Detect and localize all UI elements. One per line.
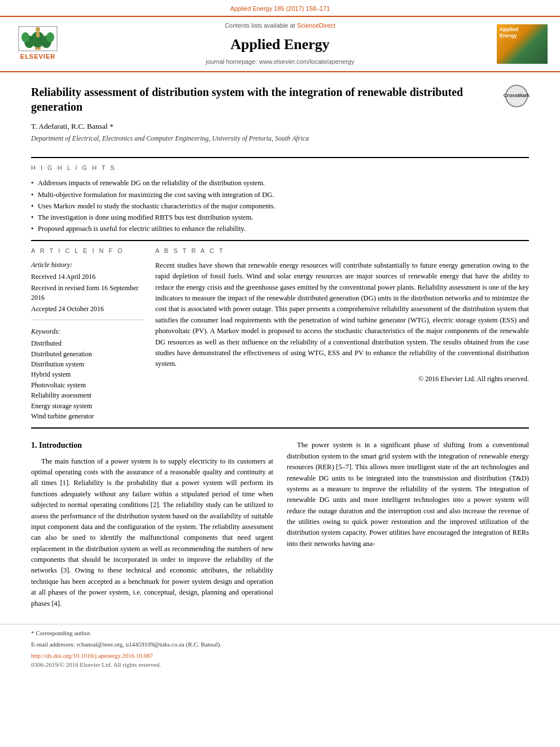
intro-para-2: The power system is in a significant pha… [287, 440, 529, 549]
article-info-col: A R T I C L E I N F O Article history: R… [31, 247, 144, 422]
email-label: E-mail addresses: [31, 641, 75, 648]
article-info-header: A R T I C L E I N F O [31, 247, 144, 256]
journal-title: Applied Energy [69, 34, 491, 55]
copyright-line: © 2016 Elsevier Ltd. All rights reserved… [155, 374, 529, 384]
elsevier-logo: ELSEVIER [18, 26, 58, 62]
contents-line: Contents lists available at ScienceDirec… [69, 21, 491, 30]
keyword-3: Distribution system [31, 360, 144, 369]
body-col-left: 1. Introduction The main function of a p… [31, 440, 273, 614]
keyword-4: Hybrid system [31, 370, 144, 379]
divider-after-title [31, 157, 529, 158]
corresponding-author-note: * Corresponding author. [31, 629, 529, 638]
journal-header: ELSEVIER Contents lists available at Sci… [0, 16, 560, 72]
email-addresses: rcbansal@ieee.org, u14459109@tuks.co.za … [77, 641, 222, 648]
highlights-header: H I G H L I G H T S [31, 164, 529, 173]
body-col-right: The power system is in a significant pha… [287, 440, 529, 614]
highlight-item-1: Addresses impacts of renewable DG on the… [31, 177, 529, 189]
keyword-6: Reliability assessment [31, 391, 144, 400]
keywords-list: Distributed Distributed generation Distr… [31, 339, 144, 421]
revised-date: Received in revised form 16 September 20… [31, 283, 144, 303]
highlights-list: Addresses impacts of renewable DG on the… [31, 177, 529, 234]
keyword-8: Wind turbine generator [31, 412, 144, 421]
divider-after-abstract [31, 427, 529, 429]
journal-homepage: journal homepage: www.elsevier.com/locat… [69, 58, 491, 67]
highlight-item-3: Uses Markov model to study the stochasti… [31, 200, 529, 212]
email-line: E-mail addresses: rcbansal@ieee.org, u14… [31, 640, 529, 649]
article-area: Reliability assessment of distribution s… [0, 85, 560, 614]
intro-para-1: The main function of a power system is t… [31, 456, 273, 609]
abstract-text: Recent studies have shown that renewable… [155, 260, 529, 370]
applied-energy-badge: Applied Energy [497, 24, 548, 64]
article-affiliation: Department of Electrical, Electronics an… [31, 134, 494, 143]
article-title-section: Reliability assessment of distribution s… [31, 85, 529, 152]
highlight-item-5: Proposed approach is useful for electric… [31, 223, 529, 234]
intro-section-title: 1. Introduction [31, 440, 273, 451]
elsevier-wordmark: ELSEVIER [20, 53, 55, 62]
intro-text-left: The main function of a power system is t… [31, 456, 273, 609]
elsevier-logo-area: ELSEVIER [7, 26, 69, 62]
page-footer: * Corresponding author. E-mail addresses… [0, 624, 560, 674]
keyword-1: Distributed [31, 339, 144, 348]
svg-rect-7 [36, 32, 40, 37]
sciencedirect-link[interactable]: ScienceDirect [297, 22, 335, 29]
journal-badge-area: Applied Energy [491, 24, 553, 64]
doi-link[interactable]: http://dx.doi.org/10.1016/j.apenergy.201… [31, 652, 529, 661]
highlight-item-4: The investigation is done using modified… [31, 212, 529, 223]
crossmark-icon: CrossMark [505, 85, 528, 107]
journal-header-center: Contents lists available at ScienceDirec… [69, 21, 491, 67]
accepted-date: Accepted 24 October 2016 [31, 304, 144, 314]
issn-line: 0306-2619/© 2016 Elsevier Ltd. All right… [31, 661, 529, 670]
article-history-label: Article history: [31, 260, 144, 270]
svg-point-6 [36, 27, 40, 32]
highlight-item-2: Multi-objective formulation for maximizi… [31, 189, 529, 200]
svg-point-5 [46, 32, 54, 42]
article-main-title: Reliability assessment of distribution s… [31, 85, 494, 114]
badge-text: Applied Energy [500, 27, 518, 39]
page: Applied Energy 185 (2017) 158–171 [0, 0, 560, 747]
keyword-7: Energy storage system [31, 401, 144, 411]
divider-after-highlights [31, 240, 529, 241]
article-title-text: Reliability assessment of distribution s… [31, 85, 494, 152]
body-section: 1. Introduction The main function of a p… [31, 440, 529, 614]
abstract-header: A B S T R A C T [155, 247, 529, 256]
abstract-col: A B S T R A C T Recent studies have show… [155, 247, 529, 422]
keyword-5: Photovoltaic system [31, 381, 144, 390]
intro-two-col: 1. Introduction The main function of a p… [31, 440, 529, 614]
keyword-2: Distributed generation [31, 350, 144, 359]
highlights-section: H I G H L I G H T S Addresses impacts of… [31, 164, 529, 234]
divider-in-left-col [31, 320, 144, 320]
journal-top-reference: Applied Energy 185 (2017) 158–171 [0, 0, 560, 16]
intro-text-right: The power system is in a significant pha… [287, 440, 529, 549]
svg-point-4 [21, 32, 29, 42]
article-info-abstract-section: A R T I C L E I N F O Article history: R… [31, 247, 529, 422]
keywords-header: Keywords: [31, 327, 144, 337]
received-date: Received 14 April 2016 [31, 272, 144, 282]
crossmark-badge: CrossMark [505, 85, 529, 108]
elsevier-tree-icon [18, 26, 58, 51]
article-authors: T. Adefarati, R.C. Bansal * [31, 121, 494, 132]
